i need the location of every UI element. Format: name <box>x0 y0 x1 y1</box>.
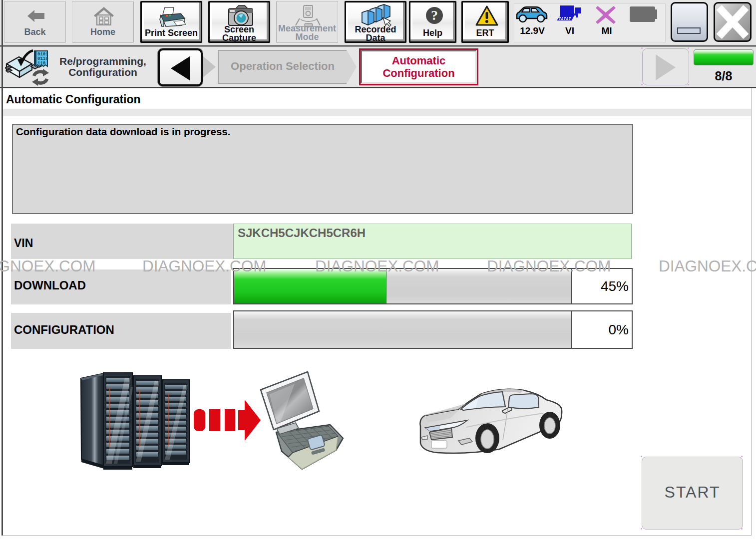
svg-text:110: 110 <box>37 61 45 66</box>
svg-text:?: ? <box>431 7 438 23</box>
